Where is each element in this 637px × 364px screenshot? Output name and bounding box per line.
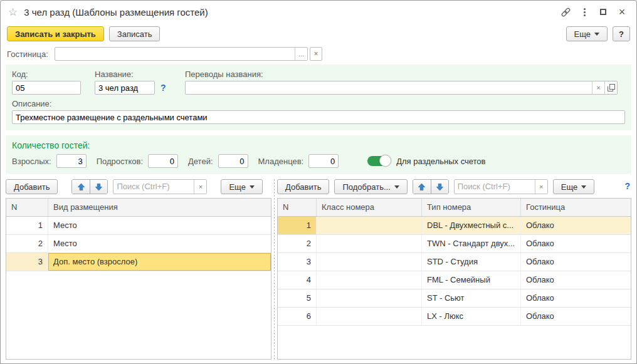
table-row-selected[interactable]: 1 DBL - Двухместный с... Облако bbox=[278, 217, 631, 235]
left-search-input[interactable] bbox=[113, 180, 194, 192]
command-bar: Записать и закрыть Записать Еще ? bbox=[1, 23, 636, 46]
room-types-table: N Класс номера Тип номера Гостиница 1 DB… bbox=[277, 198, 631, 360]
description-label: Описание: bbox=[12, 99, 625, 108]
left-more-button[interactable]: Еще bbox=[221, 179, 262, 194]
translations-label: Переводы названия: bbox=[185, 70, 618, 79]
main-fields-section: Код: Название: ? Переводы названия: × bbox=[6, 65, 631, 130]
favorite-star-icon[interactable]: ☆ bbox=[8, 6, 18, 19]
code-label: Код: bbox=[12, 70, 81, 79]
hotel-label: Гостиница: bbox=[7, 49, 55, 59]
children-input[interactable] bbox=[218, 154, 248, 168]
link-icon[interactable] bbox=[556, 4, 575, 20]
table-row[interactable]: 3 STD - Студия Облако bbox=[278, 253, 631, 271]
more-dots-icon[interactable] bbox=[575, 4, 594, 20]
left-move-buttons bbox=[71, 179, 108, 194]
right-move-buttons bbox=[413, 179, 449, 194]
title-bar: ☆ 3 чел разд (Шаблоны размещения гостей)… bbox=[1, 1, 636, 23]
right-search-clear-icon[interactable]: × bbox=[535, 180, 547, 194]
close-icon[interactable]: × bbox=[613, 4, 631, 20]
name-hint-icon[interactable]: ? bbox=[161, 83, 166, 93]
placement-kinds-panel: Добавить × Еще N Вид р bbox=[6, 179, 271, 360]
table-row[interactable]: 1 Место bbox=[6, 217, 271, 235]
guest-count-section: Количество гостей: Взрослых: Подростков:… bbox=[6, 135, 631, 174]
right-search: × bbox=[454, 179, 548, 194]
children-label: Детей: bbox=[188, 157, 213, 166]
left-search-clear-icon[interactable]: × bbox=[194, 180, 206, 194]
table-row[interactable]: 2 Место bbox=[6, 235, 271, 253]
infants-input[interactable] bbox=[308, 154, 339, 168]
window-title: 3 чел разд (Шаблоны размещения гостей) bbox=[24, 7, 208, 18]
hotel-row: Гостиница: ... × bbox=[1, 46, 636, 65]
chevron-down-icon bbox=[250, 185, 255, 191]
form-window: ☆ 3 чел разд (Шаблоны размещения гостей)… bbox=[0, 0, 637, 364]
translations-open-icon[interactable] bbox=[604, 81, 617, 94]
hotel-input[interactable] bbox=[55, 48, 295, 60]
teens-input[interactable] bbox=[148, 154, 178, 168]
placement-kinds-table: N Вид размещения 1 Место 2 Место 3 Доп. … bbox=[6, 198, 271, 360]
tables-area: Добавить × Еще N Вид р bbox=[6, 179, 631, 360]
adults-label: Взрослых: bbox=[12, 157, 51, 166]
teens-label: Подростков: bbox=[97, 157, 143, 166]
code-input[interactable] bbox=[12, 81, 81, 95]
chevron-down-icon bbox=[581, 185, 586, 191]
name-input[interactable] bbox=[95, 81, 155, 95]
more-button[interactable]: Еще bbox=[566, 26, 608, 41]
hotel-select-button[interactable]: ... bbox=[295, 48, 307, 60]
left-toolbar: Добавить × Еще bbox=[6, 179, 271, 194]
chevron-down-icon bbox=[594, 33, 599, 38]
separate-bills-label: Для раздельных счетов bbox=[396, 157, 485, 166]
move-up-icon[interactable] bbox=[72, 180, 90, 194]
move-down-icon[interactable] bbox=[431, 180, 448, 194]
right-add-button[interactable]: Добавить bbox=[277, 179, 329, 194]
right-search-input[interactable] bbox=[455, 180, 535, 192]
description-input[interactable] bbox=[12, 110, 625, 124]
help-button[interactable]: ? bbox=[613, 26, 630, 41]
adults-input[interactable] bbox=[56, 154, 87, 168]
save-button[interactable]: Записать bbox=[109, 26, 161, 41]
translations-clear-button[interactable]: × bbox=[592, 81, 604, 94]
panel-splitter[interactable] bbox=[271, 179, 277, 360]
move-down-icon[interactable] bbox=[90, 180, 107, 194]
hotel-clear-button[interactable]: × bbox=[310, 47, 322, 61]
maximize-icon[interactable] bbox=[594, 4, 613, 20]
left-add-button[interactable]: Добавить bbox=[6, 179, 58, 194]
table-row[interactable]: 2 TWN - Стандарт двух... Облако bbox=[278, 235, 631, 253]
save-and-close-button[interactable]: Записать и закрыть bbox=[7, 26, 104, 41]
left-search: × bbox=[113, 179, 207, 194]
move-up-icon[interactable] bbox=[413, 180, 431, 194]
name-label: Название: bbox=[95, 70, 176, 79]
pick-button[interactable]: Подобрать... bbox=[334, 179, 407, 194]
table-row-selected[interactable]: 3 Доп. место (взрослое) bbox=[6, 253, 271, 271]
infants-label: Младенцев: bbox=[258, 157, 304, 166]
table-header: N Класс номера Тип номера Гостиница bbox=[278, 199, 631, 217]
guest-count-title: Количество гостей: bbox=[12, 140, 625, 150]
table-row[interactable]: 6 LX - Люкс Облако bbox=[278, 308, 631, 326]
table-header: N Вид размещения bbox=[6, 199, 271, 217]
table-row[interactable]: 4 FML - Семейный Облако bbox=[278, 271, 631, 289]
right-toolbar: Добавить Подобрать... × Еще ? bbox=[277, 179, 631, 194]
translations-input[interactable] bbox=[186, 81, 592, 94]
table-row[interactable]: 5 ST - Сьют Облако bbox=[278, 289, 631, 308]
right-more-button[interactable]: Еще bbox=[553, 179, 594, 194]
room-types-panel: Добавить Подобрать... × Еще ? bbox=[277, 179, 631, 360]
separate-bills-toggle[interactable] bbox=[367, 156, 390, 166]
panel-help-icon[interactable]: ? bbox=[624, 179, 631, 191]
chevron-down-icon bbox=[394, 185, 399, 191]
